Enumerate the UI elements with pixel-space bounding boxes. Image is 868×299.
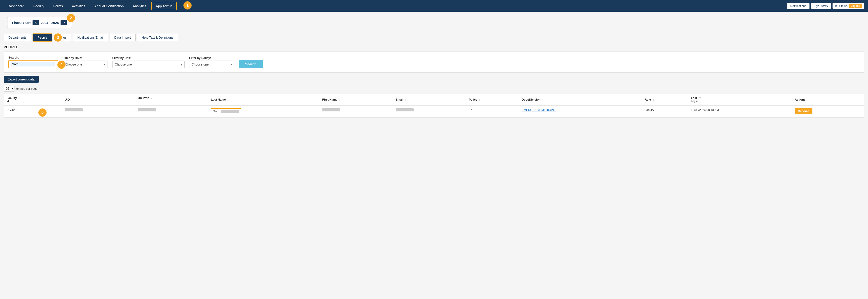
annotation-3: 3: [54, 33, 62, 41]
col-uc-path-id: UC Path ↕ID: [135, 94, 208, 105]
cell-actions: Become: [792, 105, 864, 117]
col-last-name: Last Name ↕: [208, 94, 319, 105]
fiscal-label: Fiscal Year:: [12, 21, 31, 25]
export-button[interactable]: Export current data: [4, 76, 39, 83]
search-input[interactable]: [11, 62, 55, 66]
col-first-name: First Name ↕: [319, 94, 393, 105]
col-dept-division: Dept/Division ↕: [519, 94, 642, 105]
nav-dashboard[interactable]: Dashboard: [4, 2, 28, 10]
nav-annual-certification[interactable]: Annual Certification: [90, 2, 128, 10]
tab-help-text[interactable]: Help Text & Definitions: [137, 34, 178, 41]
cell-dept-division: EMERGENCY MEDICINE: [519, 105, 642, 117]
cell-policy: 671: [466, 105, 519, 117]
cell-last-name: Sam: [208, 105, 319, 117]
fiscal-prev-button[interactable]: <: [33, 20, 39, 25]
nav-app-admin[interactable]: App Admin: [151, 2, 177, 10]
filter-policy-select[interactable]: Choose one: [189, 61, 234, 68]
filter-role-select-wrapper: Choose one: [63, 61, 108, 68]
filter-role-select[interactable]: Choose one: [63, 61, 108, 68]
search-label: Search:: [8, 56, 58, 59]
last-name-rest-redacted: [221, 110, 239, 113]
status-legend-button[interactable]: 🖥 Status Legend: [833, 3, 864, 9]
uid-redacted: [65, 108, 83, 112]
col-role: Role ↕: [642, 94, 688, 105]
nav-items: Dashboard Faculty Forms Activities Annua…: [4, 2, 787, 10]
cell-faculty-id: 6174231: [4, 105, 62, 117]
fiscal-wrapper: Fiscal Year: < 2024 - 2025 >: [4, 14, 864, 31]
dept-division-link[interactable]: EMERGENCY MEDICINE: [522, 108, 556, 112]
table-row: 6174231 Sam 671: [4, 105, 864, 117]
notifications-button[interactable]: Notifications: [787, 3, 809, 9]
col-policy: Policy ↕: [466, 94, 519, 105]
cell-role: Faculty: [642, 105, 688, 117]
per-page-select[interactable]: 25: [4, 86, 14, 92]
tab-notifications-email[interactable]: Notifications/Email: [73, 34, 108, 41]
cell-uid: [62, 105, 135, 117]
annotation-4: 4: [57, 61, 65, 69]
col-last-login: Last ▼Login: [688, 94, 792, 105]
email-redacted: [396, 108, 414, 112]
fiscal-bar: Fiscal Year: < 2024 - 2025 >: [7, 17, 72, 28]
monitor-icon: 🖥: [835, 4, 838, 8]
filter-unit-select[interactable]: Choose one: [112, 61, 185, 68]
col-uid: UID ↕: [62, 94, 135, 105]
filter-unit-select-wrapper: Choose one: [112, 61, 185, 68]
section-title: PEOPLE: [4, 45, 864, 49]
cell-last-login: 12/06/2024 08:13 AM: [688, 105, 792, 117]
col-faculty-id: Faculty ↕Id: [4, 94, 62, 105]
tab-people[interactable]: People: [33, 33, 53, 41]
table-wrapper: Faculty ↕Id UID ↕ UC Path ↕ID Last Name …: [4, 94, 864, 118]
people-table: Faculty ↕Id UID ↕ UC Path ↕ID Last Name …: [4, 94, 864, 117]
filter-policy-label: Filter by Policy:: [189, 56, 234, 60]
nav-forms[interactable]: Forms: [49, 2, 67, 10]
become-button[interactable]: Become: [795, 108, 813, 114]
annotation-1: 1: [183, 1, 192, 9]
pagination-row: 25 entries per page: [4, 86, 864, 92]
col-actions: Actions: [792, 94, 864, 105]
sys-stats-button[interactable]: Sys. Stats: [811, 3, 831, 9]
col-email: Email ↕: [393, 94, 466, 105]
filter-search-group: Search:: [8, 56, 58, 68]
uc-path-id-redacted: [138, 108, 156, 112]
fiscal-year-text: 2024 - 2025: [41, 21, 59, 25]
tab-departments[interactable]: Departments: [4, 34, 31, 41]
cell-email: [393, 105, 466, 117]
filter-unit-label: Filter by Unit:: [112, 56, 185, 60]
tab-data-import[interactable]: Data Import: [110, 34, 135, 41]
nav-right: Notifications Sys. Stats 🖥 Status Legend: [787, 3, 864, 9]
per-page-wrapper: 25: [4, 86, 14, 92]
search-input-wrapper: [8, 60, 58, 68]
annotation-2: 2: [67, 14, 75, 22]
filter-role-group: Filter by Role: Choose one: [63, 56, 108, 68]
tabs-wrapper: Departments People Roles Notifications/E…: [4, 33, 864, 41]
filter-policy-group: Filter by Policy: Choose one: [189, 56, 234, 68]
filter-row: Search: Filter by Role: Choose one Filte…: [8, 56, 860, 68]
page-wrapper: 1 2 3 4 5 Dashboard Faculty Forms Activi…: [0, 0, 868, 118]
nav-activities[interactable]: Activities: [68, 2, 89, 10]
per-page-label: entries per page: [16, 87, 37, 90]
status-label: Status: [839, 4, 847, 8]
annotation-5: 5: [38, 109, 46, 117]
cell-uc-path-id: [135, 105, 208, 117]
legend-badge: Legend: [849, 4, 862, 8]
fiscal-next-button[interactable]: >: [61, 20, 67, 25]
filter-area: Search: Filter by Role: Choose one Filte…: [4, 52, 864, 72]
filter-policy-select-wrapper: Choose one: [189, 61, 234, 68]
cell-first-name: [319, 105, 393, 117]
nav-faculty[interactable]: Faculty: [29, 2, 48, 10]
first-name-redacted: [322, 108, 340, 112]
filter-unit-group: Filter by Unit: Choose one: [112, 56, 185, 68]
table-header-row: Faculty ↕Id UID ↕ UC Path ↕ID Last Name …: [4, 94, 864, 105]
last-name-highlighted: Sam: [211, 108, 241, 114]
top-nav: Dashboard Faculty Forms Activities Annua…: [0, 0, 868, 12]
filter-role-label: Filter by Role:: [63, 56, 108, 60]
nav-analytics[interactable]: Analytics: [129, 2, 151, 10]
search-button[interactable]: Search: [239, 60, 263, 68]
